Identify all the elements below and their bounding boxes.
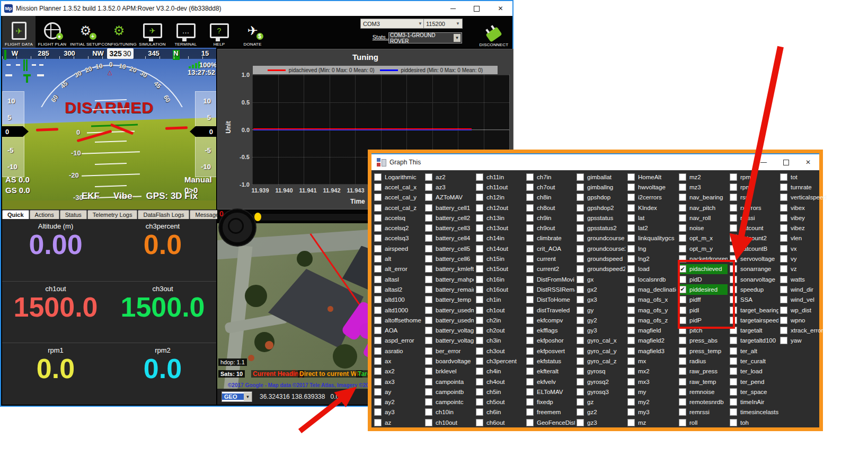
param-ch3out[interactable]: ch3out: [476, 346, 525, 356]
param-ch1in[interactable]: ch1in: [476, 295, 525, 305]
checkbox-tot[interactable]: [780, 173, 787, 181]
param-vx[interactable]: vx: [780, 243, 829, 253]
param-altasl[interactable]: altasl: [374, 274, 423, 284]
param-target_bearing[interactable]: target_bearing: [730, 305, 778, 315]
param-targetairspeed[interactable]: targetairspeed: [730, 315, 778, 325]
checkbox-aspd_error[interactable]: [374, 337, 382, 344]
checkbox-gz[interactable]: [577, 398, 584, 406]
param-ch2in[interactable]: ch2in: [476, 315, 525, 325]
param-campointb[interactable]: campointb: [425, 387, 474, 397]
param-GeoFenceDist[interactable]: GeoFenceDist: [526, 417, 575, 427]
checkbox-current2[interactable]: [526, 265, 534, 273]
checkbox-satcount[interactable]: [730, 224, 737, 232]
param-altoffsethome[interactable]: altoffsethome: [374, 315, 423, 325]
param-i2cerrors[interactable]: i2cerrors: [627, 192, 676, 203]
checkbox-az3[interactable]: [425, 183, 432, 191]
param-ter_pend[interactable]: ter_pend: [730, 377, 778, 387]
minimize-button[interactable]: [441, 1, 465, 16]
checkbox-ch16out[interactable]: [476, 286, 483, 293]
param-opt_m_y[interactable]: opt_m_y: [679, 243, 728, 253]
param-ch5out[interactable]: ch5out: [476, 397, 525, 407]
param-ch4in[interactable]: ch4in: [476, 366, 525, 377]
param-battery_mahpe[interactable]: battery_mahpe: [425, 274, 474, 284]
param-timeInAir[interactable]: timeInAir: [730, 397, 778, 407]
checkbox-DistFromMovi[interactable]: [526, 276, 534, 283]
param-ch4out[interactable]: ch4out: [476, 377, 525, 387]
checkbox-lat[interactable]: [627, 214, 635, 222]
param-ter_curalt[interactable]: ter_curalt: [730, 356, 778, 366]
param-az3[interactable]: az3: [425, 182, 474, 192]
param-mag_ofs_x[interactable]: mag_ofs_x: [627, 295, 676, 305]
param-aspd_error[interactable]: aspd_error: [374, 336, 423, 346]
param-gyro_cal_y[interactable]: gyro_cal_y: [577, 346, 625, 356]
checkbox-gpshdop2[interactable]: [577, 204, 584, 212]
checkbox-distTraveled[interactable]: [526, 307, 534, 314]
coordinate-format-select[interactable]: GEO ▼: [222, 391, 252, 402]
param-battery_cell4[interactable]: battery_cell4: [425, 233, 474, 243]
checkbox-vibey[interactable]: [780, 214, 787, 222]
checkbox-altd1000[interactable]: [374, 307, 382, 314]
checkbox-vibex[interactable]: [780, 204, 787, 212]
maximize-button[interactable]: [465, 1, 489, 16]
param-ch12in[interactable]: ch12in: [476, 192, 525, 203]
param-nav_roll[interactable]: nav_roll: [679, 213, 728, 223]
param-ch14in[interactable]: ch14in: [476, 233, 525, 243]
param-battery_cell1[interactable]: battery_cell1: [425, 203, 474, 213]
param-az[interactable]: az: [374, 417, 423, 427]
checkbox-gimballng[interactable]: [577, 183, 584, 191]
checkbox-ch6in[interactable]: [476, 408, 483, 416]
param-altd100[interactable]: altd100: [374, 295, 423, 305]
checkbox-ekfflags[interactable]: [526, 327, 534, 334]
param-battery_temp[interactable]: battery_temp: [425, 295, 474, 305]
param-ch6in[interactable]: ch6in: [476, 407, 525, 417]
param-gx2[interactable]: gx2: [577, 284, 625, 294]
checkbox-mx2[interactable]: [627, 368, 635, 375]
toolbar-item-config-tuning[interactable]: ⚙CONFIG/TUNING: [102, 16, 136, 48]
checkbox-i2cerrors[interactable]: [627, 194, 635, 201]
com-port-select[interactable]: COM3▼: [360, 19, 425, 29]
disconnect-button[interactable]: DISCONNECT: [477, 30, 510, 47]
checkbox-accelsq3[interactable]: [374, 234, 382, 242]
checkbox-my3[interactable]: [627, 408, 635, 416]
checkbox-vy[interactable]: [780, 255, 787, 262]
param-remnoise[interactable]: remnoise: [679, 387, 728, 397]
checkbox-wp_dist[interactable]: [780, 307, 787, 314]
checkbox-gy3[interactable]: [577, 327, 584, 334]
checkbox-ter_curalt[interactable]: [730, 357, 737, 365]
param-ter_space[interactable]: ter_space: [730, 387, 778, 397]
checkbox-ekfcompv[interactable]: [526, 317, 534, 324]
checkbox-vx[interactable]: [780, 245, 787, 252]
checkbox-nav_pitch[interactable]: [679, 204, 686, 212]
checkbox-groundcourse2[interactable]: [577, 245, 584, 252]
param-groundcourse2[interactable]: groundcourse2: [577, 243, 625, 253]
param-sonarvoltage[interactable]: sonarvoltage: [730, 274, 778, 284]
checkbox-ch12out[interactable]: [476, 204, 483, 212]
param-HomeAlt[interactable]: HomeAlt: [627, 172, 676, 182]
checkbox-ch3percent[interactable]: [476, 357, 483, 365]
checkbox-battery_cell2[interactable]: [425, 214, 432, 222]
param-yaw[interactable]: yaw: [780, 336, 829, 346]
param-current2[interactable]: current2: [526, 264, 575, 274]
param-verticalspeed[interactable]: verticalspeed: [780, 192, 829, 203]
param-accel_cal_z[interactable]: accel_cal_z: [374, 203, 423, 213]
checkbox-battery_cell5[interactable]: [425, 245, 432, 252]
checkbox-ch10in[interactable]: [425, 408, 432, 416]
param-remotesnrdb[interactable]: remotesnrdb: [679, 397, 728, 407]
checkbox-asratio[interactable]: [374, 347, 382, 355]
checkbox-ch1out[interactable]: [476, 307, 483, 314]
param-ch9out[interactable]: ch9out: [526, 223, 575, 233]
checkbox-gyro_cal_x[interactable]: [577, 337, 584, 344]
checkbox-ch9out[interactable]: [526, 224, 534, 232]
checkbox-freemem[interactable]: [526, 408, 534, 416]
param-ch9in[interactable]: ch9in: [526, 213, 575, 223]
quick-cell-rpm2[interactable]: rpm20.0: [109, 343, 216, 405]
checkbox-ch13in[interactable]: [476, 214, 483, 222]
checkbox-ch9in[interactable]: [526, 214, 534, 222]
param-ch15in[interactable]: ch15in: [476, 253, 525, 264]
param-DistToHome[interactable]: DistToHome: [526, 295, 575, 305]
param-gyro_cal_x[interactable]: gyro_cal_x: [577, 336, 625, 346]
toolbar-item-flight-data[interactable]: ✈FLIGHT DATA: [2, 16, 36, 48]
checkbox-wind_dir[interactable]: [780, 286, 787, 293]
checkbox-gpsstatus[interactable]: [577, 214, 584, 222]
checkbox-localsnrdb[interactable]: [627, 276, 635, 283]
